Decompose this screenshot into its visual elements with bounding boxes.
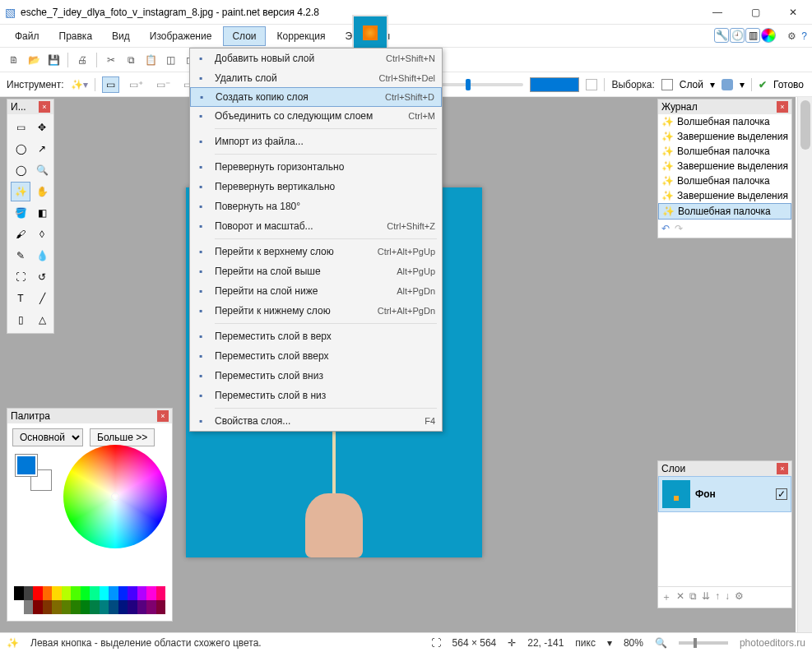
palette-color[interactable] (81, 586, 90, 600)
brush-tool[interactable]: 🖌 (11, 224, 30, 244)
layer-visible-checkbox[interactable]: ✓ (776, 488, 787, 500)
palette-color[interactable] (43, 600, 53, 614)
tools-close-icon[interactable]: × (39, 101, 50, 113)
palette-color[interactable] (90, 586, 100, 600)
menu-item[interactable]: ▪Перейти к нижнему слоюCtrl+Alt+PgDn (190, 301, 442, 321)
history-item[interactable]: ✨Волшебная палочка (658, 203, 791, 220)
selmode-replace-icon[interactable]: ▭ (102, 76, 119, 93)
layer-del-icon[interactable]: ✕ (676, 590, 684, 604)
palette-color[interactable] (90, 600, 100, 614)
help-icon[interactable]: ? (801, 30, 807, 42)
color-strip[interactable] (14, 586, 165, 614)
menu-edit[interactable]: Правка (51, 27, 101, 45)
palette-color[interactable] (128, 600, 137, 614)
palette-color[interactable] (146, 600, 156, 614)
sample-value[interactable]: Слой (680, 79, 703, 90)
menu-item[interactable]: ▪Перейти на слой вышеAlt+PgUp (190, 261, 442, 281)
palette-color[interactable] (156, 600, 166, 614)
menu-item[interactable]: ▪Перейти на слой нижеAlt+PgDn (190, 281, 442, 301)
flood-drop-icon[interactable]: ▾ (740, 79, 745, 90)
palette-color[interactable] (109, 600, 118, 614)
ellipse-select-tool[interactable]: ◯ (11, 160, 30, 180)
cut-icon[interactable]: ✂ (104, 53, 118, 67)
palette-color[interactable] (62, 600, 72, 614)
lasso-tool[interactable]: ◯ (11, 139, 30, 159)
menu-item[interactable]: ▪Переместить слой вниз (190, 366, 442, 386)
layer-row[interactable]: Фон ✓ (658, 476, 791, 512)
pencil-tool[interactable]: ✎ (11, 246, 30, 266)
menu-item[interactable]: ▪Объединить со следующим слоемCtrl+M (190, 106, 442, 126)
sample-drop-icon[interactable]: ▾ (710, 79, 715, 90)
magic-wand-tool[interactable]: ✨ (11, 182, 30, 201)
menu-item[interactable]: ▪Импорт из файла... (190, 132, 442, 151)
menu-item[interactable]: ▪Добавить новый слойCtrl+Shift+N (190, 49, 442, 68)
crop-icon[interactable]: ◫ (163, 53, 178, 67)
fill-color-swatch[interactable] (530, 77, 579, 92)
menu-item[interactable]: ▪Свойства слоя...F4 (190, 411, 442, 431)
maximize-button[interactable]: ▢ (736, 0, 774, 25)
zoom-out-icon[interactable]: 🔍 (655, 637, 667, 649)
paste-icon[interactable]: 📋 (143, 53, 158, 67)
history-window-icon[interactable]: 🕘 (730, 28, 745, 43)
history-item[interactable]: ✨Завершение выделения палочкой (658, 188, 791, 203)
current-tool-icon[interactable]: ✨▾ (71, 79, 88, 90)
wheel-picker[interactable] (111, 492, 119, 501)
selmode-sub-icon[interactable]: ▭⁻ (153, 77, 174, 92)
settings-icon[interactable]: ⚙ (787, 30, 796, 42)
flood-mode-icon[interactable] (722, 79, 733, 90)
palette-color[interactable] (71, 586, 81, 600)
palette-color[interactable] (128, 586, 137, 600)
unit-label[interactable]: пикс (575, 637, 596, 649)
palette-color[interactable] (33, 600, 43, 614)
pan-tool[interactable]: ✋ (32, 182, 52, 201)
new-icon[interactable]: 🗎 (7, 53, 21, 67)
palette-color[interactable] (24, 600, 34, 614)
layers-close-icon[interactable]: × (777, 463, 788, 474)
palette-color[interactable] (118, 600, 128, 614)
zoom-slider[interactable] (679, 641, 728, 645)
vertical-scrollbar[interactable] (797, 97, 812, 632)
gradient-tool[interactable]: ◧ (32, 203, 52, 223)
menu-layers[interactable]: Слои (223, 26, 265, 46)
print-icon[interactable]: 🖨 (75, 53, 90, 67)
recolor-tool[interactable]: ↺ (32, 267, 52, 287)
palette-color[interactable] (43, 586, 53, 600)
unit-drop-icon[interactable]: ▾ (607, 637, 612, 649)
colors-window-icon[interactable] (761, 28, 776, 43)
picker-tool[interactable]: 💧 (32, 246, 52, 266)
palette-color[interactable] (62, 586, 72, 600)
palette-color[interactable] (137, 600, 147, 614)
palette-color[interactable] (52, 600, 62, 614)
menu-image[interactable]: Изображение (142, 27, 220, 45)
palette-color[interactable] (118, 586, 128, 600)
palette-color[interactable] (81, 600, 90, 614)
palette-color[interactable] (14, 586, 24, 600)
menu-item[interactable]: ▪Повернуть на 180° (190, 197, 442, 216)
image-thumb[interactable] (352, 15, 388, 51)
layer-down-icon[interactable]: ↓ (725, 590, 730, 604)
palette-color[interactable] (33, 586, 43, 600)
commit-check-icon[interactable]: ✔ (759, 79, 767, 90)
menu-item[interactable]: ▪Переместить слой в низ (190, 386, 442, 405)
eraser-tool[interactable]: ◊ (32, 224, 52, 244)
palette-close-icon[interactable]: × (157, 410, 169, 422)
palette-color[interactable] (24, 586, 34, 600)
clone-tool[interactable]: ⛶ (11, 267, 30, 287)
undo-icon[interactable]: ↶ (661, 223, 670, 234)
layer-dup-icon[interactable]: ⧉ (689, 590, 697, 604)
selmode-add-icon[interactable]: ▭⁺ (126, 77, 146, 92)
done-label[interactable]: Готово (773, 79, 804, 90)
menu-item[interactable]: ▪Перейти к верхнему слоюCtrl+Alt+PgUp (190, 242, 442, 261)
menu-file[interactable]: Файл (7, 27, 48, 45)
history-item[interactable]: ✨Завершение выделения палочкой (658, 129, 791, 144)
menu-adjust[interactable]: Коррекция (269, 27, 334, 45)
palette-color[interactable] (146, 586, 156, 600)
palette-color[interactable] (156, 586, 166, 600)
copy-icon[interactable]: ⧉ (123, 53, 138, 67)
history-item[interactable]: ✨Волшебная палочка (658, 144, 791, 159)
menu-view[interactable]: Вид (104, 27, 138, 45)
menu-item[interactable]: ▪Переместить слой вверх (190, 346, 442, 366)
layer-add-icon[interactable]: ＋ (661, 590, 671, 604)
aa-toggle-icon[interactable] (586, 79, 597, 90)
menu-item[interactable]: ▪Поворот и масштаб...Ctrl+Shift+Z (190, 216, 442, 236)
